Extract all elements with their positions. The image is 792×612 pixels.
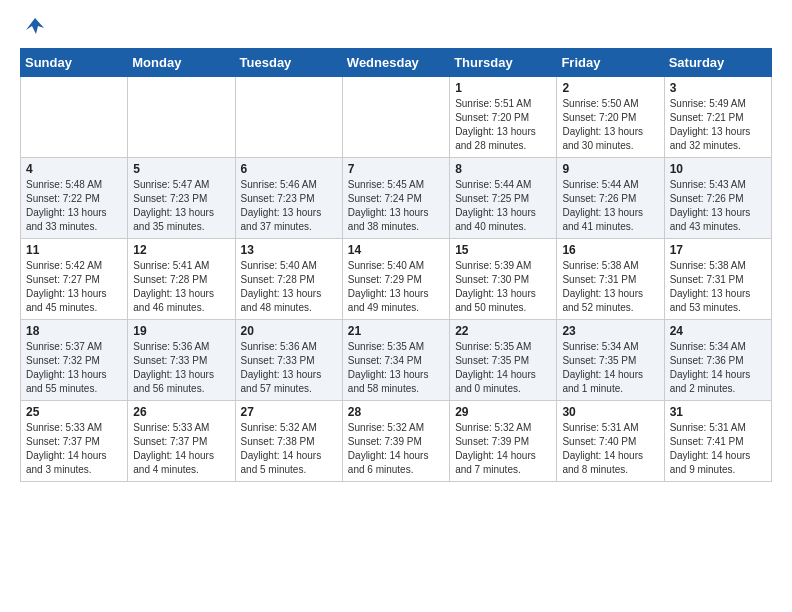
day-info: Sunrise: 5:35 AM Sunset: 7:34 PM Dayligh…	[348, 340, 444, 396]
calendar-cell: 14Sunrise: 5:40 AM Sunset: 7:29 PM Dayli…	[342, 239, 449, 320]
calendar-cell: 20Sunrise: 5:36 AM Sunset: 7:33 PM Dayli…	[235, 320, 342, 401]
calendar-cell: 18Sunrise: 5:37 AM Sunset: 7:32 PM Dayli…	[21, 320, 128, 401]
day-info: Sunrise: 5:37 AM Sunset: 7:32 PM Dayligh…	[26, 340, 122, 396]
day-number: 26	[133, 405, 229, 419]
calendar-week-3: 11Sunrise: 5:42 AM Sunset: 7:27 PM Dayli…	[21, 239, 772, 320]
day-info: Sunrise: 5:36 AM Sunset: 7:33 PM Dayligh…	[241, 340, 337, 396]
day-info: Sunrise: 5:33 AM Sunset: 7:37 PM Dayligh…	[26, 421, 122, 477]
day-header-thursday: Thursday	[450, 49, 557, 77]
day-number: 18	[26, 324, 122, 338]
calendar-cell: 25Sunrise: 5:33 AM Sunset: 7:37 PM Dayli…	[21, 401, 128, 482]
calendar-cell: 15Sunrise: 5:39 AM Sunset: 7:30 PM Dayli…	[450, 239, 557, 320]
calendar-header: SundayMondayTuesdayWednesdayThursdayFrid…	[21, 49, 772, 77]
calendar-body: 1Sunrise: 5:51 AM Sunset: 7:20 PM Daylig…	[21, 77, 772, 482]
calendar-cell	[21, 77, 128, 158]
day-number: 6	[241, 162, 337, 176]
day-number: 2	[562, 81, 658, 95]
calendar-cell: 21Sunrise: 5:35 AM Sunset: 7:34 PM Dayli…	[342, 320, 449, 401]
day-number: 31	[670, 405, 766, 419]
calendar-cell: 24Sunrise: 5:34 AM Sunset: 7:36 PM Dayli…	[664, 320, 771, 401]
day-number: 24	[670, 324, 766, 338]
day-header-tuesday: Tuesday	[235, 49, 342, 77]
day-info: Sunrise: 5:34 AM Sunset: 7:36 PM Dayligh…	[670, 340, 766, 396]
day-number: 3	[670, 81, 766, 95]
day-number: 7	[348, 162, 444, 176]
svg-marker-0	[26, 18, 44, 34]
day-number: 30	[562, 405, 658, 419]
day-number: 11	[26, 243, 122, 257]
calendar-week-4: 18Sunrise: 5:37 AM Sunset: 7:32 PM Dayli…	[21, 320, 772, 401]
day-info: Sunrise: 5:40 AM Sunset: 7:28 PM Dayligh…	[241, 259, 337, 315]
day-number: 22	[455, 324, 551, 338]
day-number: 12	[133, 243, 229, 257]
day-info: Sunrise: 5:35 AM Sunset: 7:35 PM Dayligh…	[455, 340, 551, 396]
calendar-table: SundayMondayTuesdayWednesdayThursdayFrid…	[20, 48, 772, 482]
day-info: Sunrise: 5:38 AM Sunset: 7:31 PM Dayligh…	[670, 259, 766, 315]
day-number: 8	[455, 162, 551, 176]
calendar-cell: 16Sunrise: 5:38 AM Sunset: 7:31 PM Dayli…	[557, 239, 664, 320]
calendar-cell: 13Sunrise: 5:40 AM Sunset: 7:28 PM Dayli…	[235, 239, 342, 320]
day-number: 19	[133, 324, 229, 338]
day-info: Sunrise: 5:31 AM Sunset: 7:40 PM Dayligh…	[562, 421, 658, 477]
calendar-cell	[235, 77, 342, 158]
day-info: Sunrise: 5:40 AM Sunset: 7:29 PM Dayligh…	[348, 259, 444, 315]
day-number: 14	[348, 243, 444, 257]
day-info: Sunrise: 5:38 AM Sunset: 7:31 PM Dayligh…	[562, 259, 658, 315]
day-number: 9	[562, 162, 658, 176]
calendar-cell: 23Sunrise: 5:34 AM Sunset: 7:35 PM Dayli…	[557, 320, 664, 401]
day-info: Sunrise: 5:48 AM Sunset: 7:22 PM Dayligh…	[26, 178, 122, 234]
page-header	[20, 20, 772, 32]
calendar-cell: 4Sunrise: 5:48 AM Sunset: 7:22 PM Daylig…	[21, 158, 128, 239]
calendar-week-5: 25Sunrise: 5:33 AM Sunset: 7:37 PM Dayli…	[21, 401, 772, 482]
calendar-cell: 6Sunrise: 5:46 AM Sunset: 7:23 PM Daylig…	[235, 158, 342, 239]
day-number: 27	[241, 405, 337, 419]
calendar-cell: 17Sunrise: 5:38 AM Sunset: 7:31 PM Dayli…	[664, 239, 771, 320]
day-info: Sunrise: 5:39 AM Sunset: 7:30 PM Dayligh…	[455, 259, 551, 315]
day-info: Sunrise: 5:49 AM Sunset: 7:21 PM Dayligh…	[670, 97, 766, 153]
day-info: Sunrise: 5:41 AM Sunset: 7:28 PM Dayligh…	[133, 259, 229, 315]
day-info: Sunrise: 5:43 AM Sunset: 7:26 PM Dayligh…	[670, 178, 766, 234]
calendar-week-2: 4Sunrise: 5:48 AM Sunset: 7:22 PM Daylig…	[21, 158, 772, 239]
day-info: Sunrise: 5:36 AM Sunset: 7:33 PM Dayligh…	[133, 340, 229, 396]
calendar-cell: 27Sunrise: 5:32 AM Sunset: 7:38 PM Dayli…	[235, 401, 342, 482]
day-number: 23	[562, 324, 658, 338]
calendar-cell: 19Sunrise: 5:36 AM Sunset: 7:33 PM Dayli…	[128, 320, 235, 401]
calendar-cell: 26Sunrise: 5:33 AM Sunset: 7:37 PM Dayli…	[128, 401, 235, 482]
calendar-cell	[128, 77, 235, 158]
day-header-wednesday: Wednesday	[342, 49, 449, 77]
calendar-cell: 29Sunrise: 5:32 AM Sunset: 7:39 PM Dayli…	[450, 401, 557, 482]
day-info: Sunrise: 5:45 AM Sunset: 7:24 PM Dayligh…	[348, 178, 444, 234]
day-number: 29	[455, 405, 551, 419]
calendar-cell: 12Sunrise: 5:41 AM Sunset: 7:28 PM Dayli…	[128, 239, 235, 320]
day-info: Sunrise: 5:33 AM Sunset: 7:37 PM Dayligh…	[133, 421, 229, 477]
calendar-cell: 28Sunrise: 5:32 AM Sunset: 7:39 PM Dayli…	[342, 401, 449, 482]
day-header-row: SundayMondayTuesdayWednesdayThursdayFrid…	[21, 49, 772, 77]
calendar-cell	[342, 77, 449, 158]
day-info: Sunrise: 5:51 AM Sunset: 7:20 PM Dayligh…	[455, 97, 551, 153]
calendar-cell: 10Sunrise: 5:43 AM Sunset: 7:26 PM Dayli…	[664, 158, 771, 239]
day-info: Sunrise: 5:47 AM Sunset: 7:23 PM Dayligh…	[133, 178, 229, 234]
day-number: 25	[26, 405, 122, 419]
day-number: 21	[348, 324, 444, 338]
calendar-week-1: 1Sunrise: 5:51 AM Sunset: 7:20 PM Daylig…	[21, 77, 772, 158]
day-header-saturday: Saturday	[664, 49, 771, 77]
day-number: 28	[348, 405, 444, 419]
day-number: 17	[670, 243, 766, 257]
day-info: Sunrise: 5:46 AM Sunset: 7:23 PM Dayligh…	[241, 178, 337, 234]
day-number: 16	[562, 243, 658, 257]
calendar-cell: 3Sunrise: 5:49 AM Sunset: 7:21 PM Daylig…	[664, 77, 771, 158]
day-header-monday: Monday	[128, 49, 235, 77]
day-info: Sunrise: 5:34 AM Sunset: 7:35 PM Dayligh…	[562, 340, 658, 396]
calendar-cell: 1Sunrise: 5:51 AM Sunset: 7:20 PM Daylig…	[450, 77, 557, 158]
calendar-cell: 30Sunrise: 5:31 AM Sunset: 7:40 PM Dayli…	[557, 401, 664, 482]
day-info: Sunrise: 5:32 AM Sunset: 7:39 PM Dayligh…	[348, 421, 444, 477]
day-number: 10	[670, 162, 766, 176]
calendar-cell: 7Sunrise: 5:45 AM Sunset: 7:24 PM Daylig…	[342, 158, 449, 239]
day-number: 15	[455, 243, 551, 257]
calendar-cell: 31Sunrise: 5:31 AM Sunset: 7:41 PM Dayli…	[664, 401, 771, 482]
calendar-cell: 5Sunrise: 5:47 AM Sunset: 7:23 PM Daylig…	[128, 158, 235, 239]
day-info: Sunrise: 5:44 AM Sunset: 7:25 PM Dayligh…	[455, 178, 551, 234]
day-info: Sunrise: 5:32 AM Sunset: 7:38 PM Dayligh…	[241, 421, 337, 477]
calendar-cell: 8Sunrise: 5:44 AM Sunset: 7:25 PM Daylig…	[450, 158, 557, 239]
day-number: 5	[133, 162, 229, 176]
